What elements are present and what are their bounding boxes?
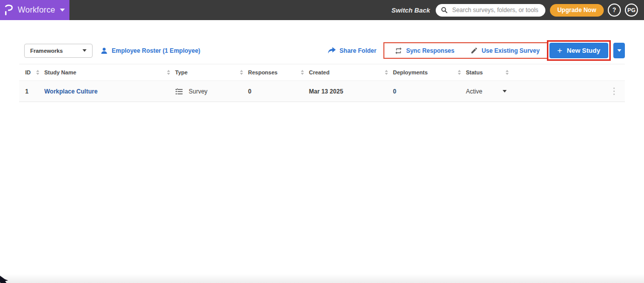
upgrade-now-button[interactable]: Upgrade Now [550,4,604,17]
sort-icon[interactable] [36,70,39,75]
row-actions-cell [514,85,625,97]
study-type-label: Survey [189,88,207,95]
header-created[interactable]: Created [309,69,393,75]
studies-table: ID Study Name Type Responses Created Dep… [19,64,625,102]
sync-repeat-icon [394,47,403,55]
new-study-button[interactable]: + New Study [549,43,608,58]
row-responses-cell: 0 [248,88,309,95]
row-id-cell: 1 [19,88,44,95]
folder-toolbar: Frameworks Employee Roster (1 Employee) … [24,42,625,59]
table-row: 1 Workplace Culture Survey 0 Mar 13 2025 [19,80,625,102]
sort-icon[interactable] [458,70,461,75]
sort-icon[interactable] [385,70,388,75]
pencil-icon [470,47,478,54]
header-type[interactable]: Type [175,69,248,75]
row-study-name-cell: Workplace Culture [44,88,175,95]
person-icon [100,47,108,55]
help-button[interactable]: ? [608,4,621,17]
chevron-down-icon [60,9,65,12]
sort-icon[interactable] [506,70,509,75]
product-switcher[interactable]: Workforce [0,0,69,20]
sync-responses-label: Sync Responses [406,47,454,54]
share-folder-label: Share Folder [340,47,376,54]
use-existing-survey-label: Use Existing Survey [481,47,539,54]
header-study-name[interactable]: Study Name [44,69,175,75]
employee-roster-link[interactable]: Employee Roster (1 Employee) [100,47,200,55]
row-type-cell: Survey [175,87,248,96]
status-dropdown[interactable]: Active [466,88,514,95]
share-folder-button[interactable]: Share Folder [328,47,376,54]
sort-icon[interactable] [167,70,170,75]
annotation-box-sync-tools: Sync Responses Use Existing Survey [383,42,550,59]
row-menu-kebab-icon[interactable] [611,85,617,97]
app-window: Workforce Switch Back Upgrade Now ? PG F… [0,0,644,283]
plus-icon: + [557,46,562,55]
product-name: Workforce [18,6,55,15]
row-deployments-cell: 0 [393,88,466,95]
folder-dropdown-value: Frameworks [30,48,63,54]
new-study-split-caret-button[interactable] [613,43,625,58]
employee-roster-label: Employee Roster (1 Employee) [112,47,200,54]
avatar[interactable]: PG [625,4,638,17]
table-header-row: ID Study Name Type Responses Created Dep… [19,64,625,80]
switch-back-link[interactable]: Switch Back [391,7,430,14]
folder-dropdown[interactable]: Frameworks [24,44,93,58]
bottom-edge-shadow [0,274,644,283]
chevron-down-icon [83,49,87,52]
top-navigation-bar: Workforce Switch Back Upgrade Now ? PG [0,0,644,20]
annotation-box-new-study: + New Study [547,40,611,61]
survey-checklist-icon [175,87,183,96]
row-created-cell: Mar 13 2025 [309,88,393,95]
mouse-cursor [0,274,9,283]
study-name-link[interactable]: Workplace Culture [44,88,98,95]
use-existing-survey-button[interactable]: Use Existing Survey [470,47,539,54]
share-forward-icon [328,47,336,54]
chevron-down-icon [503,90,507,92]
search-icon [441,7,448,14]
sort-icon[interactable] [301,70,304,75]
new-study-label: New Study [567,47,600,54]
header-id[interactable]: ID [19,69,44,75]
brand-p-logo-icon [5,5,13,16]
deployments-link[interactable]: 0 [393,88,396,95]
sync-responses-button[interactable]: Sync Responses [394,47,454,55]
header-status[interactable]: Status [466,69,514,75]
global-search[interactable] [436,4,545,17]
chevron-down-icon [617,49,621,52]
header-responses[interactable]: Responses [248,69,309,75]
status-value: Active [466,88,482,95]
sort-icon[interactable] [240,70,243,75]
search-input[interactable] [451,6,540,14]
header-deployments[interactable]: Deployments [393,69,466,75]
